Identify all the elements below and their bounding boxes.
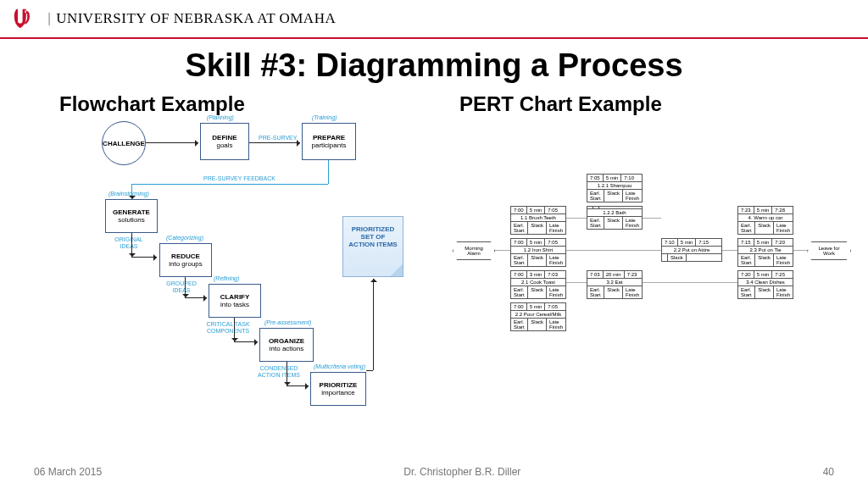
line bbox=[566, 218, 587, 219]
arrow bbox=[234, 318, 235, 341]
line bbox=[722, 250, 737, 251]
node-challenge: CHALLENGE bbox=[102, 121, 146, 165]
tag-organize: (Pre-assessment) bbox=[264, 319, 311, 325]
university-name: UNIVERSITY OF NEBRASKA AT OMAHA bbox=[56, 10, 336, 27]
feedback-line bbox=[131, 184, 328, 185]
label-feedback: PRE-SURVEY FEEDBACK bbox=[203, 175, 275, 182]
pert-node: 7:003 min7:032.1 Cook ToastEarl. StartSl… bbox=[510, 270, 566, 299]
arrow bbox=[366, 370, 373, 371]
tag-define: (Planning) bbox=[207, 114, 234, 120]
arrow bbox=[185, 277, 186, 297]
footer: 06 March 2015 Dr. Christopher B.R. Dille… bbox=[0, 466, 868, 478]
tag-generate: (Brainstorming) bbox=[108, 191, 149, 197]
node-reduce: REDUCEinto groups bbox=[159, 243, 212, 277]
note-prioritized: PRIORITIZED SET OF ACTION ITEMS bbox=[342, 216, 403, 277]
label-grouped: GROUPED IDEAS bbox=[161, 280, 202, 293]
arrow bbox=[249, 142, 300, 143]
label-presurvey: PRE-SURVEY bbox=[259, 135, 297, 141]
pert-node: 7:005 min7:052.2 Pour Cereal/MilkEarl. S… bbox=[510, 302, 566, 331]
flowchart-diagram: CHALLENGE (Planning) DEFINEgoals (Traini… bbox=[0, 116, 434, 421]
tag-reduce: (Categorizing) bbox=[166, 235, 203, 241]
header: | UNIVERSITY OF NEBRASKA AT OMAHA bbox=[0, 0, 868, 39]
line bbox=[566, 282, 587, 283]
pert-node: 1.2.2 BathEarl. StartSlackLate Finish bbox=[587, 206, 643, 230]
node-define: DEFINEgoals bbox=[200, 123, 249, 160]
line bbox=[566, 250, 661, 251]
pert-node: 7:105 min7:152.2 Put on AttireSlack bbox=[661, 238, 722, 262]
arrow bbox=[373, 279, 374, 370]
subtitle-pert: PERT Chart Example bbox=[434, 92, 868, 116]
arrow bbox=[287, 362, 287, 385]
tag-clarify: (Refining) bbox=[214, 275, 239, 281]
label-critical: CRITICAL TASK COMPONENTS bbox=[203, 321, 253, 334]
arrow bbox=[131, 233, 132, 257]
page-title: Skill #3: Diagramming a Process bbox=[0, 47, 868, 84]
line bbox=[643, 218, 661, 219]
node-generate: GENERATEsolutions bbox=[105, 199, 158, 233]
arrow bbox=[146, 142, 198, 143]
pert-node: 7:0320 min7:233.2 EatEarl. StartSlackLat… bbox=[587, 270, 643, 299]
node-end: Leave for Work bbox=[807, 241, 851, 260]
pert-node: 7:005 min7:051.1 Brush TeethEarl. StartS… bbox=[510, 206, 566, 235]
node-start: Morning Alarm bbox=[453, 241, 495, 260]
separator: | bbox=[47, 11, 51, 26]
node-prioritize: PRIORITIZEimportance bbox=[310, 372, 366, 406]
node-prepare: PREPAREparticipants bbox=[302, 123, 356, 160]
line bbox=[495, 250, 510, 251]
pert-node: 7:205 min7:253.4 Clean DishesEarl. Start… bbox=[737, 270, 793, 299]
footer-date: 06 March 2015 bbox=[34, 466, 102, 478]
pert-node: 7:235 min7:284. Warm up carEarl. StartSl… bbox=[737, 206, 793, 235]
line bbox=[643, 282, 737, 283]
arrow bbox=[328, 160, 329, 184]
university-logo-icon bbox=[12, 7, 36, 30]
node-clarify: CLARIFYinto tasks bbox=[209, 284, 261, 318]
tag-prepare: (Training) bbox=[312, 114, 337, 120]
line bbox=[793, 250, 809, 251]
subtitle-flowchart: Flowchart Example bbox=[0, 92, 434, 116]
label-original: ORIGINAL IDEAS bbox=[108, 236, 149, 249]
pert-node: 7:055 min7:101.2.1 ShampooEarl. StartSla… bbox=[587, 174, 643, 202]
arrow bbox=[131, 257, 157, 258]
pert-node: 7:155 min7:202.3 Put on TieEarl. StartSl… bbox=[737, 238, 793, 267]
label-condensed: CONDENSED ACTION ITEMS bbox=[253, 365, 305, 378]
node-organize: ORGANIZEinto actions bbox=[259, 328, 314, 362]
arrow bbox=[287, 385, 309, 386]
tag-prioritize: (Multicriteria voting) bbox=[314, 363, 365, 369]
arrow bbox=[185, 297, 207, 298]
footer-author: Dr. Christopher B.R. Diller bbox=[403, 466, 520, 478]
pert-node: 7:005 min7:051.2 Iron ShirtEarl. StartSl… bbox=[510, 238, 566, 267]
arrow bbox=[234, 341, 258, 342]
footer-page: 40 bbox=[823, 466, 834, 478]
pert-diagram: Morning Alarm Leave for Work 7:005 min7:… bbox=[434, 116, 868, 421]
